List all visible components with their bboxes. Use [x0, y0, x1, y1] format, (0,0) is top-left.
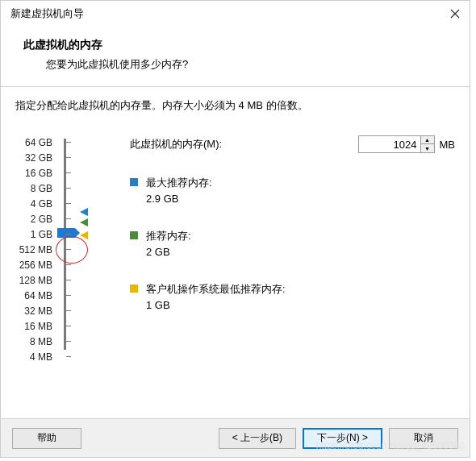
max-recommend-value: 2.9 GB — [146, 192, 212, 206]
page-title: 此虚拟机的内存 — [23, 38, 453, 52]
slider-tick — [66, 341, 71, 342]
slider-label: 16 MB — [15, 319, 52, 334]
rec-recommend-value: 2 GB — [146, 245, 191, 260]
slider-label: 4 GB — [15, 197, 52, 212]
page-subtitle: 您要为此虚拟机使用多少内存? — [46, 57, 453, 72]
spinner-buttons: ▲ ▼ — [421, 135, 435, 153]
min-recommend-label: 客户机操作系统最低推荐内存: — [146, 282, 286, 297]
min-recommend-value: 1 GB — [146, 298, 286, 313]
slider-track — [64, 139, 66, 350]
slider-label: 128 MB — [15, 273, 52, 289]
titlebar: 新建虚拟机向导 — [1, 1, 470, 27]
slider-label: 1 GB — [15, 227, 52, 243]
slider-label: 512 MB — [15, 243, 52, 258]
memory-area: 64 GB 32 GB 16 GB 8 GB 4 GB 2 GB 1 GB 51… — [15, 135, 455, 365]
spinner-up-button[interactable]: ▲ — [421, 136, 434, 144]
wizard-dialog: 新建虚拟机向导 此虚拟机的内存 您要为此虚拟机使用多少内存? 指定分配给此虚拟机… — [0, 0, 470, 458]
slider-tick — [66, 188, 71, 189]
max-recommend-text: 最大推荐内存: 2.9 GB — [146, 176, 212, 206]
instruction-text: 指定分配给此虚拟机的内存量。内存大小必须为 4 MB 的倍数。 — [15, 98, 455, 113]
spinner-down-button[interactable]: ▼ — [421, 144, 434, 152]
slider-tick — [66, 295, 71, 296]
slider-tick — [66, 234, 71, 235]
memory-input[interactable] — [358, 135, 421, 153]
slider-label: 8 MB — [15, 334, 52, 350]
cancel-button[interactable]: 取消 — [389, 428, 458, 449]
slider-tick — [66, 264, 71, 265]
slider-tick — [66, 157, 71, 158]
slider-label: 64 GB — [15, 135, 52, 151]
help-button[interactable]: 帮助 — [12, 428, 81, 449]
memory-input-label: 此虚拟机的内存(M): — [130, 137, 358, 152]
footer-bar: 帮助 < 上一步(B) 下一步(N) > 取消 — [1, 418, 470, 457]
close-button[interactable] — [447, 6, 463, 22]
header-section: 此虚拟机的内存 您要为此虚拟机使用多少内存? — [1, 27, 470, 86]
rec-marker-icon — [80, 218, 88, 226]
memory-input-row: 此虚拟机的内存(M): ▲ ▼ MB — [130, 135, 455, 153]
slider-label: 16 GB — [15, 166, 52, 181]
min-marker-icon — [80, 231, 88, 239]
next-button[interactable]: 下一步(N) > — [303, 428, 382, 449]
slider-label: 8 GB — [15, 181, 52, 197]
rec-recommend-label: 推荐内存: — [146, 229, 191, 243]
slider-label: 4 MB — [15, 350, 52, 365]
rec-recommend-text: 推荐内存: 2 GB — [146, 229, 191, 260]
slider-tick — [66, 172, 71, 173]
slider-column: 64 GB 32 GB 16 GB 8 GB 4 GB 2 GB 1 GB 51… — [15, 135, 114, 365]
back-button[interactable]: < 上一步(B) — [219, 428, 296, 449]
right-column: 此虚拟机的内存(M): ▲ ▼ MB 最大推荐内存: 2.9 GB — [114, 135, 455, 365]
min-recommend-text: 客户机操作系统最低推荐内存: 1 GB — [146, 282, 286, 313]
slider-tick — [66, 326, 71, 326]
slider-tick — [66, 249, 71, 250]
content-area: 指定分配给此虚拟机的内存量。内存大小必须为 4 MB 的倍数。 64 GB 32… — [1, 87, 470, 373]
max-recommend-block: 最大推荐内存: 2.9 GB — [130, 176, 455, 206]
square-blue-icon — [130, 178, 138, 186]
rec-recommend-block: 推荐内存: 2 GB — [130, 229, 455, 260]
slider-label: 32 GB — [15, 151, 52, 166]
min-recommend-block: 客户机操作系统最低推荐内存: 1 GB — [130, 282, 455, 313]
slider-track-area[interactable] — [57, 135, 114, 365]
memory-spinner: ▲ ▼ — [358, 135, 435, 153]
slider-label: 32 MB — [15, 304, 52, 319]
square-green-icon — [130, 231, 138, 239]
slider-label: 256 MB — [15, 258, 52, 273]
slider-thumb[interactable] — [57, 228, 75, 238]
memory-unit: MB — [440, 139, 456, 151]
slider-label: 64 MB — [15, 289, 52, 304]
slider-tick — [66, 218, 71, 219]
slider-tick — [66, 310, 71, 311]
slider-tick — [66, 356, 71, 357]
slider-tick — [66, 280, 71, 280]
close-icon — [450, 9, 460, 19]
max-recommend-label: 最大推荐内存: — [146, 176, 212, 190]
slider-tick — [66, 142, 71, 143]
slider-tick — [66, 203, 71, 204]
window-title: 新建虚拟机向导 — [10, 6, 84, 21]
max-marker-icon — [80, 208, 88, 216]
slider-labels: 64 GB 32 GB 16 GB 8 GB 4 GB 2 GB 1 GB 51… — [15, 135, 57, 365]
square-yellow-icon — [130, 284, 138, 293]
slider-label: 2 GB — [15, 212, 52, 227]
